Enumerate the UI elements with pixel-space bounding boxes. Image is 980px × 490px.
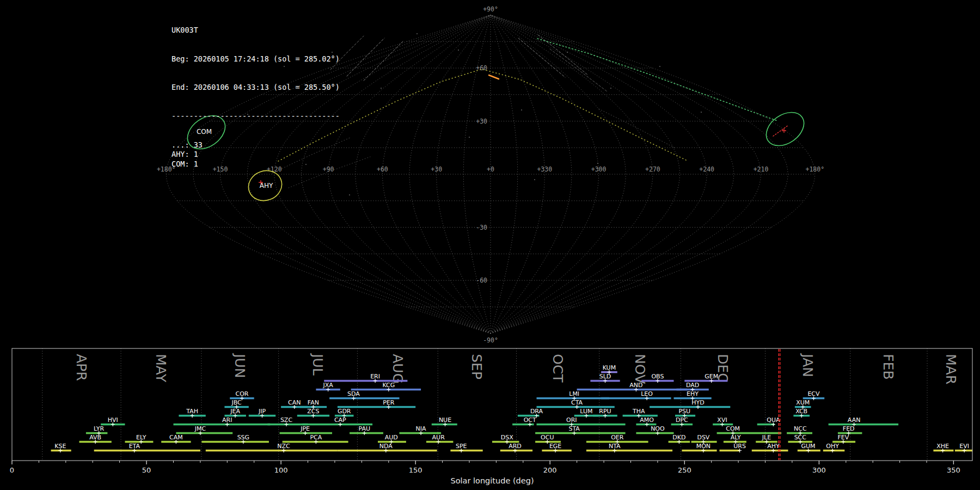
- shower-aan: AAN: [829, 416, 899, 426]
- shower-code: AVB: [89, 434, 101, 441]
- shower-code: CTA: [571, 399, 583, 406]
- shower-code: EGE: [549, 443, 561, 450]
- lon-label: +60: [377, 166, 388, 173]
- count-line: COM: 1: [171, 160, 340, 169]
- tick-label: 250: [678, 466, 691, 474]
- month-label: SEP: [469, 354, 485, 379]
- shower-jxa: JXA: [316, 382, 340, 391]
- shower-code: XVI: [717, 416, 727, 424]
- shower-ohy: OHY: [823, 443, 845, 452]
- shower-code: OHY: [826, 443, 839, 450]
- star-dot: [416, 33, 418, 34]
- lon-label: +270: [645, 166, 660, 173]
- shower-code: DAD: [686, 382, 699, 389]
- shower-code: NUE: [439, 416, 451, 424]
- shower-code: AMO: [640, 416, 654, 424]
- meridian-line: [491, 15, 626, 334]
- shower-code: GUM: [801, 443, 816, 450]
- shower-code: KUM: [603, 364, 616, 371]
- shower-code: CAM: [169, 434, 183, 441]
- lon-label: +30: [431, 166, 442, 173]
- shower-kse: KSE: [51, 443, 71, 452]
- shower-code: DSX: [501, 434, 513, 441]
- shower-code: PAU: [359, 425, 371, 432]
- shower-code: XUM: [796, 399, 810, 406]
- shower-code: RPU: [599, 408, 611, 415]
- shower-code: NCC: [794, 425, 807, 432]
- tick-label: 350: [947, 466, 960, 474]
- shower-dkd: DKD: [669, 434, 690, 444]
- shower-code: ECV: [807, 390, 820, 397]
- star-dot: [659, 66, 660, 67]
- lon-label: +0: [487, 166, 494, 173]
- meridian-line: [491, 15, 707, 334]
- station-id: UK003T: [171, 26, 340, 35]
- shower-code: EHY: [687, 390, 699, 397]
- meridian-line: [382, 15, 491, 334]
- month-label: OCT: [550, 354, 566, 383]
- shower-code: JPE: [300, 425, 310, 432]
- shower-ahy: AHY: [752, 443, 788, 452]
- shower-code: ETA: [129, 443, 140, 450]
- lon-label: +210: [754, 166, 769, 173]
- count-line: ...: 33: [171, 140, 340, 150]
- shower-cam: CAM: [161, 434, 191, 444]
- shower-code: JEA: [230, 408, 240, 415]
- star-dot: [521, 109, 522, 111]
- shower-code: JXA: [322, 382, 333, 389]
- sporadic-track: [364, 41, 403, 81]
- shower-pca: PCA: [283, 434, 348, 444]
- shower-and: AND: [577, 382, 688, 391]
- shower-code: GEM: [705, 373, 718, 380]
- lat-label: -60: [476, 277, 487, 284]
- shower-jip: JIP: [249, 408, 275, 418]
- shower-code: SZC: [280, 416, 293, 424]
- shower-code: DPC: [676, 416, 688, 424]
- shower-code: JIP: [258, 408, 266, 415]
- shower-code: CAN: [288, 399, 301, 406]
- shower-code: AUD: [385, 434, 398, 441]
- shower-hvi: HVI: [101, 416, 125, 426]
- lat-label: +30: [476, 118, 487, 125]
- begin-time: Beg: 20260105 17:24:18 (sol = 285.02°): [171, 54, 340, 64]
- shower-code: GDR: [338, 408, 351, 415]
- sporadic-track: [347, 38, 384, 76]
- drift-track-green: [537, 39, 777, 121]
- shower-code: TAH: [186, 408, 198, 415]
- shower-xhe: XHE: [933, 443, 953, 452]
- shower-code: AND: [629, 382, 642, 389]
- shower-code: ERI: [370, 373, 380, 380]
- shower-code: PER: [383, 399, 395, 406]
- shower-avb: AVB: [79, 434, 112, 444]
- shower-kcg: KCG: [351, 382, 421, 391]
- shower-code: AUR: [432, 434, 445, 441]
- shower-jpe: JPE: [280, 425, 332, 435]
- month-label: MAR: [943, 354, 959, 384]
- lon-label: +300: [591, 166, 607, 173]
- shower-code: QUA: [767, 416, 780, 424]
- shower-aur: AUR: [426, 434, 454, 444]
- shower-code: COM: [726, 425, 740, 432]
- shower-pau: PAU: [350, 425, 383, 435]
- info-separator: --------------------------------------: [171, 112, 340, 121]
- month-label: APR: [74, 354, 89, 381]
- lat-label: -30: [476, 224, 487, 231]
- star-dot: [381, 88, 382, 89]
- shower-code: XHE: [936, 443, 949, 450]
- shower-code: SDA: [347, 390, 360, 397]
- shower-code: JBC: [231, 399, 242, 406]
- count-line: AHY: 1: [171, 150, 340, 160]
- star-dot: [458, 50, 459, 51]
- month-label: JUN: [232, 353, 248, 378]
- radiant-com: [760, 106, 810, 152]
- shower-com: COM: [717, 425, 782, 435]
- shower-nue: NUE: [432, 416, 457, 426]
- star-dot: [567, 52, 568, 53]
- star-dot: [610, 88, 611, 89]
- shower-ege: EGE: [542, 443, 571, 452]
- star-dot: [701, 112, 702, 113]
- shower-code: THA: [632, 408, 645, 415]
- shower-oct: OCT: [512, 416, 536, 426]
- shower-code: NDA: [379, 443, 393, 450]
- lat-label: +90°: [483, 5, 498, 13]
